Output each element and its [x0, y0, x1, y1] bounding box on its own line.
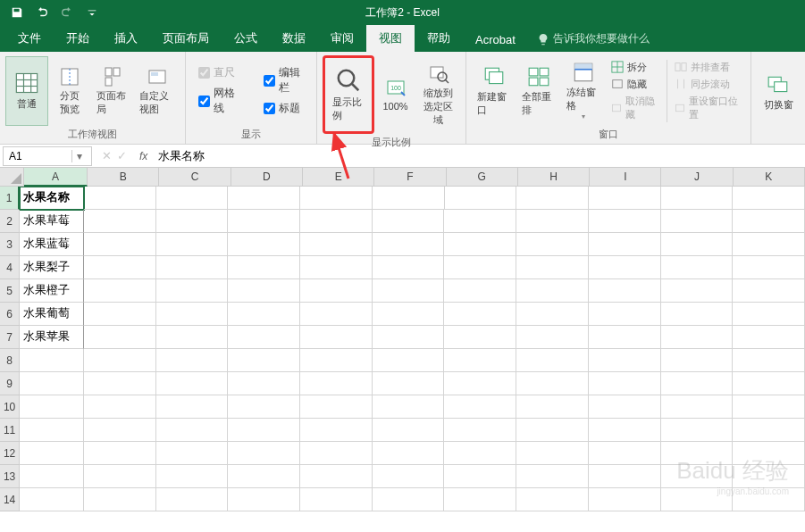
headings-checkbox[interactable]: 标题: [264, 101, 304, 116]
cell[interactable]: [300, 372, 373, 395]
column-header[interactable]: G: [447, 168, 518, 187]
tab-insert[interactable]: 插入: [102, 25, 150, 52]
column-header[interactable]: J: [661, 168, 733, 187]
cell[interactable]: [373, 210, 445, 233]
cell[interactable]: [20, 395, 84, 419]
cell[interactable]: [228, 256, 300, 279]
cell[interactable]: [661, 395, 734, 419]
row-header[interactable]: 7: [0, 326, 20, 349]
cell[interactable]: [733, 488, 805, 511]
cell[interactable]: [20, 349, 84, 372]
row-header[interactable]: 3: [0, 233, 20, 256]
cell[interactable]: [589, 303, 661, 326]
cell[interactable]: [156, 372, 229, 395]
column-header[interactable]: B: [88, 168, 159, 187]
row-header[interactable]: 10: [0, 395, 20, 419]
cell[interactable]: [228, 210, 300, 233]
cell[interactable]: [373, 187, 445, 210]
cell[interactable]: [228, 233, 300, 256]
cell[interactable]: [444, 395, 516, 419]
cell[interactable]: [84, 372, 156, 395]
cell[interactable]: [84, 233, 156, 256]
tab-data[interactable]: 数据: [270, 25, 318, 52]
column-header[interactable]: K: [734, 168, 805, 187]
cell[interactable]: [156, 465, 229, 488]
cell[interactable]: [373, 465, 445, 488]
cell[interactable]: 水果梨子: [20, 256, 84, 279]
cell[interactable]: [84, 349, 156, 372]
cell[interactable]: [733, 303, 805, 326]
cell[interactable]: [300, 326, 373, 349]
cell[interactable]: [444, 256, 516, 279]
tab-file[interactable]: 文件: [5, 25, 54, 52]
row-header[interactable]: 2: [0, 210, 20, 233]
qat-customize-button[interactable]: [80, 3, 104, 22]
spreadsheet-grid[interactable]: ABCDEFGHIJK 1水果名称2水果草莓3水果蓝莓4水果梨子5水果橙子6水果…: [0, 168, 805, 511]
gridlines-checkbox[interactable]: 网格线: [198, 86, 239, 116]
cell[interactable]: [733, 419, 805, 442]
cell[interactable]: [156, 233, 229, 256]
column-header[interactable]: I: [590, 168, 661, 187]
cell[interactable]: [516, 303, 589, 326]
cell[interactable]: [444, 349, 516, 372]
row-header[interactable]: 5: [0, 279, 20, 303]
cell[interactable]: [300, 419, 373, 442]
cell[interactable]: [373, 372, 445, 395]
cell[interactable]: [300, 349, 373, 372]
cell[interactable]: [589, 349, 661, 372]
cell[interactable]: [661, 465, 734, 488]
cell[interactable]: [444, 465, 516, 488]
zoom-button[interactable]: 显示比例: [327, 60, 370, 129]
cell[interactable]: [300, 442, 373, 465]
cell[interactable]: [661, 372, 734, 395]
cell[interactable]: [661, 419, 734, 442]
arrange-all-button[interactable]: 全部重排: [516, 56, 561, 126]
row-header[interactable]: 4: [0, 256, 20, 279]
cell[interactable]: [589, 210, 661, 233]
switch-windows-button[interactable]: 切换窗: [757, 57, 800, 127]
cell[interactable]: [589, 233, 661, 256]
cell[interactable]: 水果蓝莓: [20, 233, 84, 256]
cell[interactable]: [373, 395, 445, 419]
formula-bar-checkbox[interactable]: 编辑栏: [264, 65, 304, 96]
cell[interactable]: [444, 419, 516, 442]
cell[interactable]: [228, 372, 300, 395]
cell[interactable]: [228, 442, 300, 465]
cell[interactable]: [733, 279, 805, 303]
cell[interactable]: [156, 279, 229, 303]
cell[interactable]: [300, 233, 373, 256]
cell[interactable]: [20, 488, 84, 511]
cell[interactable]: [300, 279, 373, 303]
column-header[interactable]: E: [303, 168, 374, 187]
fx-button[interactable]: fx: [134, 150, 153, 162]
tell-me-search[interactable]: 告诉我你想要做什么: [528, 26, 658, 52]
cell[interactable]: [516, 488, 589, 511]
row-header[interactable]: 6: [0, 303, 20, 326]
cell[interactable]: [589, 256, 661, 279]
zoom-100-button[interactable]: 100 100%: [374, 60, 417, 129]
cell[interactable]: [516, 372, 589, 395]
cell[interactable]: [661, 488, 734, 511]
cell[interactable]: [444, 210, 516, 233]
normal-view-button[interactable]: 普通: [5, 56, 48, 126]
cell[interactable]: [733, 187, 805, 210]
cell[interactable]: [516, 419, 589, 442]
cell[interactable]: [444, 279, 516, 303]
cell[interactable]: [228, 465, 300, 488]
cell[interactable]: [373, 279, 445, 303]
cell[interactable]: [156, 303, 229, 326]
cell[interactable]: [516, 442, 589, 465]
row-header[interactable]: 14: [0, 488, 20, 511]
cell[interactable]: [733, 395, 805, 419]
cell[interactable]: [733, 372, 805, 395]
cell[interactable]: 水果橙子: [20, 279, 84, 303]
cell[interactable]: [589, 395, 661, 419]
cell[interactable]: [516, 279, 589, 303]
cell[interactable]: [589, 372, 661, 395]
cell[interactable]: [444, 326, 516, 349]
column-header[interactable]: A: [24, 168, 88, 187]
cell[interactable]: [156, 349, 229, 372]
zoom-selection-button[interactable]: 缩放到 选定区域: [417, 60, 460, 129]
cell[interactable]: [444, 488, 516, 511]
cell[interactable]: [516, 326, 589, 349]
